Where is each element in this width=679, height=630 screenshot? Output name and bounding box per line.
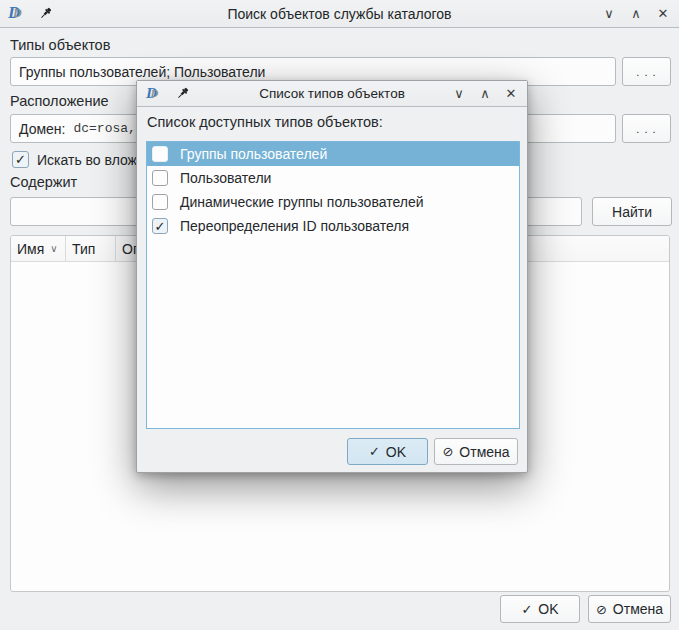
close-icon[interactable]: ✕: [503, 86, 519, 102]
location-value: dc=rosa,d: [73, 121, 143, 136]
main-ok-label: OK: [538, 601, 558, 617]
location-prefix: Домен:: [19, 121, 65, 137]
list-item-users[interactable]: ✓ Пользователи: [147, 166, 519, 190]
dialog-window-controls: ∨ ∧ ✕: [451, 86, 519, 102]
maximize-icon[interactable]: ∧: [477, 86, 493, 102]
maximize-icon[interactable]: ∧: [628, 6, 644, 22]
dialog-ok-label: OK: [386, 444, 406, 460]
dialog-ok-button[interactable]: ✓ OK: [347, 438, 428, 465]
app-logo-icon: DD: [146, 85, 162, 101]
cancel-icon: ⊘: [442, 445, 453, 458]
list-item-label: Пользователи: [180, 170, 271, 186]
dialog-titlebar[interactable]: DD Список типов объектов ∨ ∧ ✕: [137, 81, 527, 107]
object-types-browse-button[interactable]: . . .: [622, 57, 671, 86]
check-icon: ✓: [369, 445, 380, 458]
ellipsis-label: . . .: [636, 66, 656, 78]
find-button[interactable]: Найти: [592, 197, 672, 226]
app-logo-icon: DD: [8, 5, 26, 23]
main-cancel-button[interactable]: ⊘ Отмена: [588, 595, 671, 623]
list-item-id-overrides[interactable]: ✓ Переопределения ID пользователя: [147, 214, 519, 238]
shade-icon[interactable]: ∨: [451, 86, 467, 102]
pin-icon[interactable]: [175, 86, 190, 101]
checkbox-unchecked-icon[interactable]: ✓: [152, 194, 168, 210]
object-types-list: ✓ Группы пользователей ✓ Пользователи ✓ …: [146, 141, 520, 429]
checkbox-checked-icon[interactable]: ✓: [12, 151, 29, 168]
object-types-label: Типы объектов: [10, 37, 110, 53]
contains-label: Содержит: [10, 174, 77, 190]
check-icon: ✓: [521, 603, 532, 616]
column-name-label: Имя: [17, 241, 44, 257]
column-header-type[interactable]: Тип: [66, 236, 116, 261]
location-label: Расположение: [10, 93, 109, 109]
cancel-icon: ⊘: [596, 603, 607, 616]
pin-icon[interactable]: [38, 6, 53, 21]
find-button-label: Найти: [612, 204, 652, 220]
object-types-value: Группы пользователей; Пользователи: [19, 64, 265, 80]
list-item-dynamic-groups[interactable]: ✓ Динамические группы пользователей: [147, 190, 519, 214]
list-item-label: Переопределения ID пользователя: [180, 218, 409, 234]
column-header-name[interactable]: Имя ∨: [11, 236, 66, 261]
close-icon[interactable]: ✕: [655, 6, 671, 22]
main-ok-button[interactable]: ✓ OK: [500, 595, 580, 623]
dialog-cancel-label: Отмена: [459, 444, 509, 460]
main-window-controls: ∨ ∧ ✕: [601, 6, 671, 22]
search-nested-label: Искать во влож: [37, 152, 137, 168]
screen: DD Поиск объектов службы каталогов ∨ ∧ ✕…: [0, 0, 679, 630]
main-titlebar[interactable]: DD Поиск объектов службы каталогов ∨ ∧ ✕: [0, 0, 679, 28]
list-item-user-groups[interactable]: ✓ Группы пользователей: [147, 142, 519, 166]
ellipsis-label: . . .: [636, 123, 656, 135]
main-cancel-label: Отмена: [613, 601, 663, 617]
dialog-list-label: Список доступных типов объектов:: [147, 114, 383, 130]
list-item-label: Группы пользователей: [180, 146, 327, 162]
shade-icon[interactable]: ∨: [601, 6, 617, 22]
column-type-label: Тип: [72, 241, 95, 257]
checkbox-unchecked-icon[interactable]: ✓: [152, 170, 168, 186]
object-types-dialog: DD Список типов объектов ∨ ∧ ✕ Список до…: [136, 80, 528, 473]
location-browse-button[interactable]: . . .: [622, 114, 671, 143]
main-window-title: Поиск объектов службы каталогов: [0, 6, 679, 22]
sort-descending-icon: ∨: [50, 243, 57, 254]
dialog-cancel-button[interactable]: ⊘ Отмена: [434, 438, 518, 465]
search-nested-checkbox[interactable]: ✓ Искать во влож: [12, 151, 137, 168]
checkbox-unchecked-icon[interactable]: ✓: [152, 146, 168, 162]
checkbox-checked-icon[interactable]: ✓: [152, 218, 168, 234]
list-item-label: Динамические группы пользователей: [180, 194, 424, 210]
